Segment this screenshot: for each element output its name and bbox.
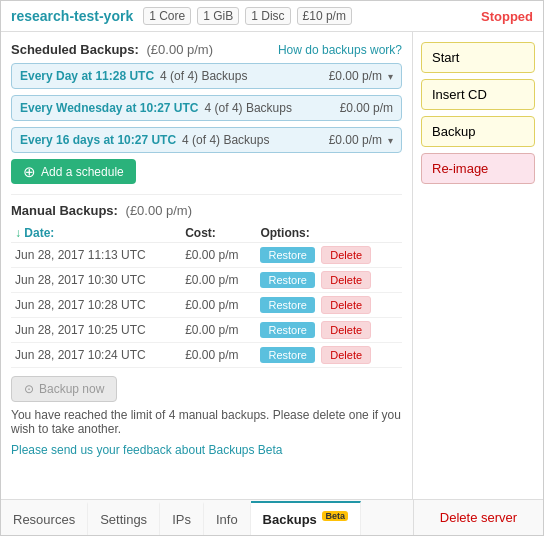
sort-arrow-icon: ↓ bbox=[15, 226, 21, 240]
backup-table: ↓ Date: Cost: Options: Jun 28, 2017 11:1… bbox=[11, 224, 402, 368]
backup-button[interactable]: Backup bbox=[421, 116, 535, 147]
restore-button-0[interactable]: Restore bbox=[260, 247, 315, 263]
start-button[interactable]: Start bbox=[421, 42, 535, 73]
beta-badge: Beta bbox=[322, 511, 348, 521]
backup-cost-1: £0.00 p/m bbox=[181, 268, 256, 293]
insert-cd-button[interactable]: Insert CD bbox=[421, 79, 535, 110]
schedule-info-0: 4 (of 4) Backups bbox=[160, 69, 323, 83]
footer-right: Delete server bbox=[413, 500, 543, 535]
schedule-label-1: Every Wednesday at 10:27 UTC bbox=[20, 101, 199, 115]
restore-button-3[interactable]: Restore bbox=[260, 322, 315, 338]
backup-date-2: Jun 28, 2017 10:28 UTC bbox=[11, 293, 181, 318]
options-col-header: Options: bbox=[256, 224, 402, 243]
backup-cost-3: £0.00 p/m bbox=[181, 318, 256, 343]
clock-icon: ⊙ bbox=[24, 382, 34, 396]
schedule-row-2[interactable]: Every 16 days at 10:27 UTC 4 (of 4) Back… bbox=[11, 127, 402, 153]
manual-backups-title: Manual Backups: (£0.00 p/m) bbox=[11, 203, 402, 218]
scheduled-backups-header: Scheduled Backups: (£0.00 p/m) How do ba… bbox=[11, 42, 402, 57]
schedule-row-1[interactable]: Every Wednesday at 10:27 UTC 4 (of 4) Ba… bbox=[11, 95, 402, 121]
backup-date-4: Jun 28, 2017 10:24 UTC bbox=[11, 343, 181, 368]
tab-bar: Resources Settings IPs Info Backups Beta bbox=[1, 500, 413, 535]
price-info: £10 p/m bbox=[297, 7, 352, 25]
date-col-header: ↓ Date: bbox=[11, 224, 181, 243]
limit-message: You have reached the limit of 4 manual b… bbox=[11, 408, 402, 436]
table-row: Jun 28, 2017 10:28 UTC £0.00 p/m Restore… bbox=[11, 293, 402, 318]
schedule-label-0: Every Day at 11:28 UTC bbox=[20, 69, 154, 83]
backup-date-0: Jun 28, 2017 11:13 UTC bbox=[11, 243, 181, 268]
backup-cost-4: £0.00 p/m bbox=[181, 343, 256, 368]
delete-button-0[interactable]: Delete bbox=[321, 246, 371, 264]
table-row: Jun 28, 2017 11:13 UTC £0.00 p/m Restore… bbox=[11, 243, 402, 268]
left-panel: Scheduled Backups: (£0.00 p/m) How do ba… bbox=[1, 32, 413, 499]
right-panel: Start Insert CD Backup Re-image bbox=[413, 32, 543, 499]
scheduled-backups-label: Scheduled Backups: (£0.00 p/m) bbox=[11, 42, 213, 57]
plus-icon: ⊕ bbox=[23, 164, 36, 179]
backup-cost-0: £0.00 p/m bbox=[181, 243, 256, 268]
schedule-price-2: £0.00 p/m bbox=[329, 133, 382, 147]
chevron-down-icon-0: ▾ bbox=[388, 71, 393, 82]
cost-col-header: Cost: bbox=[181, 224, 256, 243]
main-area: Scheduled Backups: (£0.00 p/m) How do ba… bbox=[1, 32, 543, 499]
backup-options-4: Restore Delete bbox=[256, 343, 402, 368]
reimage-button[interactable]: Re-image bbox=[421, 153, 535, 184]
delete-button-1[interactable]: Delete bbox=[321, 271, 371, 289]
add-schedule-label: Add a schedule bbox=[41, 165, 124, 179]
schedule-info-1: 4 (of 4) Backups bbox=[205, 101, 334, 115]
backup-options-0: Restore Delete bbox=[256, 243, 402, 268]
restore-button-4[interactable]: Restore bbox=[260, 347, 315, 363]
core-info: 1 Core bbox=[143, 7, 191, 25]
ram-info: 1 GiB bbox=[197, 7, 239, 25]
header-meta: 1 Core 1 GiB 1 Disc £10 p/m bbox=[143, 7, 352, 25]
delete-button-3[interactable]: Delete bbox=[321, 321, 371, 339]
backup-options-3: Restore Delete bbox=[256, 318, 402, 343]
manual-backups-section: Manual Backups: (£0.00 p/m) ↓ Date: Cost… bbox=[11, 194, 402, 457]
footer: Resources Settings IPs Info Backups Beta… bbox=[1, 499, 543, 535]
schedule-label-2: Every 16 days at 10:27 UTC bbox=[20, 133, 176, 147]
table-row: Jun 28, 2017 10:24 UTC £0.00 p/m Restore… bbox=[11, 343, 402, 368]
table-row: Jun 28, 2017 10:25 UTC £0.00 p/m Restore… bbox=[11, 318, 402, 343]
restore-button-2[interactable]: Restore bbox=[260, 297, 315, 313]
tab-ips[interactable]: IPs bbox=[160, 502, 204, 535]
backup-date-1: Jun 28, 2017 10:30 UTC bbox=[11, 268, 181, 293]
restore-button-1[interactable]: Restore bbox=[260, 272, 315, 288]
schedule-price-1: £0.00 p/m bbox=[340, 101, 393, 115]
backup-now-button[interactable]: ⊙ Backup now bbox=[11, 376, 117, 402]
backup-now-label: Backup now bbox=[39, 382, 104, 396]
schedule-info-2: 4 (of 4) Backups bbox=[182, 133, 323, 147]
server-status: Stopped bbox=[481, 9, 533, 24]
feedback-link[interactable]: Please send us your feedback about Backu… bbox=[11, 443, 283, 457]
add-schedule-button[interactable]: ⊕ Add a schedule bbox=[11, 159, 136, 184]
tab-backups[interactable]: Backups Beta bbox=[251, 501, 361, 535]
tab-info[interactable]: Info bbox=[204, 502, 251, 535]
header: research-test-york 1 Core 1 GiB 1 Disc £… bbox=[1, 1, 543, 32]
schedule-price-0: £0.00 p/m bbox=[329, 69, 382, 83]
backup-options-2: Restore Delete bbox=[256, 293, 402, 318]
tab-settings[interactable]: Settings bbox=[88, 502, 160, 535]
delete-button-4[interactable]: Delete bbox=[321, 346, 371, 364]
chevron-down-icon-2: ▾ bbox=[388, 135, 393, 146]
delete-server-link[interactable]: Delete server bbox=[440, 510, 517, 525]
disc-info: 1 Disc bbox=[245, 7, 290, 25]
table-row: Jun 28, 2017 10:30 UTC £0.00 p/m Restore… bbox=[11, 268, 402, 293]
backup-date-3: Jun 28, 2017 10:25 UTC bbox=[11, 318, 181, 343]
backup-options-1: Restore Delete bbox=[256, 268, 402, 293]
delete-button-2[interactable]: Delete bbox=[321, 296, 371, 314]
tab-resources[interactable]: Resources bbox=[1, 502, 88, 535]
how-backups-work-link[interactable]: How do backups work? bbox=[278, 43, 402, 57]
schedule-row-0[interactable]: Every Day at 11:28 UTC 4 (of 4) Backups … bbox=[11, 63, 402, 89]
backup-cost-2: £0.00 p/m bbox=[181, 293, 256, 318]
server-title[interactable]: research-test-york bbox=[11, 8, 133, 24]
main-container: research-test-york 1 Core 1 GiB 1 Disc £… bbox=[0, 0, 544, 536]
